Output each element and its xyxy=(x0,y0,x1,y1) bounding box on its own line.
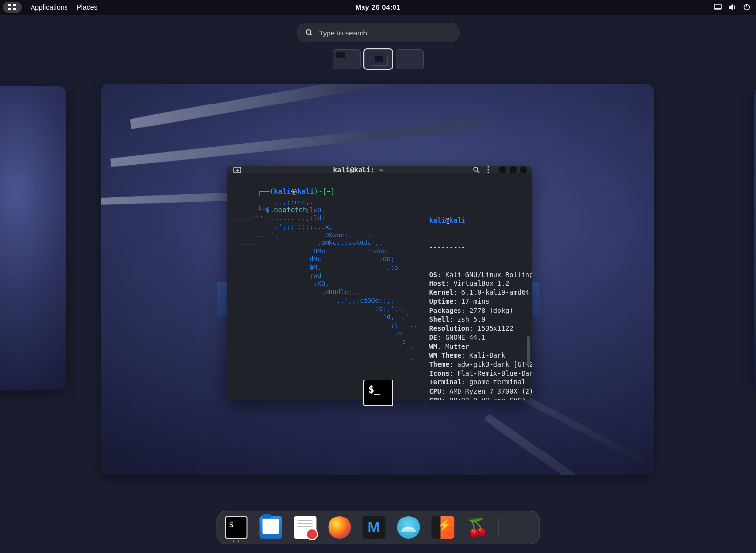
svg-rect-1 xyxy=(13,4,16,6)
svg-line-10 xyxy=(310,34,312,35)
terminal-prompt: ┌──(kali㉿kali)-[~] └─$ neofetch xyxy=(232,177,335,224)
terminal-body[interactable]: ┌──(kali㉿kali)-[~] └─$ neofetch ..,;:ccc… xyxy=(227,173,532,400)
search-icon xyxy=(305,29,313,36)
dock-item-files[interactable] xyxy=(259,516,282,539)
workspace-preview-prev[interactable] xyxy=(0,86,66,390)
volume-icon[interactable] xyxy=(728,4,736,11)
svg-rect-3 xyxy=(13,8,16,10)
terminal-window[interactable]: kali@kali: ~ ┌──(kali㉿kali)-[~] └─$ neof… xyxy=(227,166,532,400)
dock: $_ M 🍒 xyxy=(216,511,540,544)
dock-item-metasploit[interactable]: M xyxy=(362,516,385,539)
svg-point-9 xyxy=(306,30,311,34)
dock-item-terminal[interactable]: $_ xyxy=(225,516,247,539)
terminal-headerbar: kali@kali: ~ xyxy=(227,166,532,173)
workspace-preview-next[interactable] xyxy=(754,86,756,390)
svg-point-16 xyxy=(487,166,489,167)
places-menu[interactable]: Places xyxy=(77,3,98,11)
search-input[interactable] xyxy=(319,29,451,37)
window-maximize-button[interactable] xyxy=(509,166,517,173)
screen-icon[interactable] xyxy=(714,4,722,11)
window-app-icon: $_ xyxy=(363,380,393,406)
activities-icon xyxy=(8,4,17,11)
workspace-switcher xyxy=(333,49,424,69)
window-minimize-button[interactable] xyxy=(499,166,506,173)
wallpaper-decoration xyxy=(110,119,484,168)
dock-item-show-apps[interactable] xyxy=(509,516,531,539)
terminal-menu-icon[interactable] xyxy=(487,166,489,173)
dock-item-text-editor[interactable] xyxy=(294,516,316,539)
clock[interactable]: May 26 04:01 xyxy=(355,3,400,11)
activities-button[interactable] xyxy=(3,2,22,13)
workspace-thumb-3[interactable] xyxy=(396,49,424,69)
svg-rect-2 xyxy=(8,8,11,10)
dock-item-wireshark[interactable] xyxy=(397,516,420,539)
terminal-title: kali@kali: ~ xyxy=(243,166,473,173)
dock-item-burpsuite[interactable] xyxy=(431,516,454,539)
workspace-thumb-1[interactable] xyxy=(333,49,361,69)
dock-separator xyxy=(498,517,499,538)
overview-search[interactable] xyxy=(297,23,460,42)
svg-line-15 xyxy=(477,171,479,173)
dock-item-cherrytree[interactable]: 🍒 xyxy=(466,516,489,539)
svg-marker-6 xyxy=(729,4,733,10)
svg-point-14 xyxy=(474,167,478,171)
dock-item-firefox[interactable] xyxy=(328,516,351,539)
new-tab-icon[interactable] xyxy=(233,166,241,173)
top-bar: Applications Places May 26 04:01 xyxy=(0,0,756,15)
svg-rect-0 xyxy=(8,4,11,6)
wallpaper-decoration xyxy=(130,84,442,130)
search-in-terminal-icon[interactable] xyxy=(473,166,480,173)
workspace-thumb-2[interactable] xyxy=(364,49,392,69)
svg-rect-5 xyxy=(714,8,721,9)
neofetch-info: kali@kali --------- OS: Kali GNU/Linux R… xyxy=(429,198,532,400)
svg-point-17 xyxy=(487,169,489,170)
applications-menu[interactable]: Applications xyxy=(31,3,68,11)
window-close-button[interactable] xyxy=(520,166,527,173)
power-icon[interactable] xyxy=(743,4,750,11)
terminal-scrollbar[interactable] xyxy=(527,336,530,366)
neofetch-ascii: ..,;:ccc,. ......''';lxO. .....''''.....… xyxy=(232,198,418,400)
